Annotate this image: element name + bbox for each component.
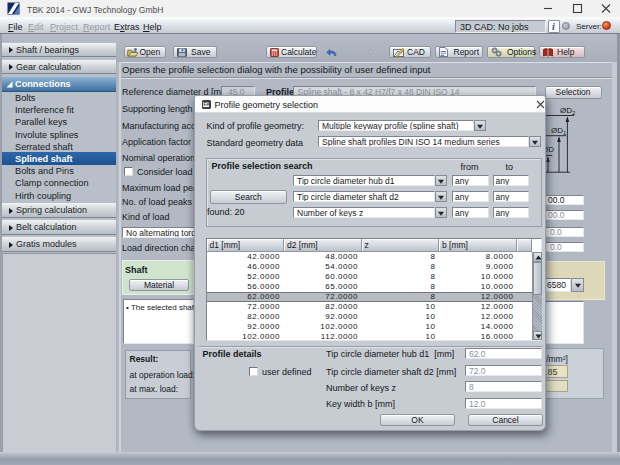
svg-text:ØD: ØD — [551, 126, 563, 135]
svg-text:2: 2 — [572, 110, 576, 116]
svg-text:1: 1 — [563, 130, 567, 136]
svg-text:ØD: ØD — [560, 106, 572, 115]
